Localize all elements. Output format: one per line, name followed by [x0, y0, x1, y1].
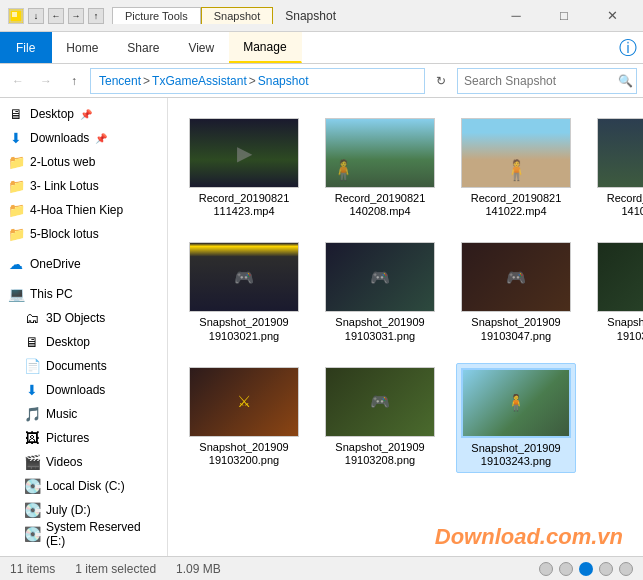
snapshot-tab[interactable]: Snapshot	[201, 7, 273, 24]
title-bar-center: Picture Tools Snapshot Snapshot	[104, 7, 493, 24]
refresh-button[interactable]: ↻	[429, 69, 453, 93]
this-pc-icon: 💻	[8, 286, 24, 302]
file-item[interactable]: 🎮 Snapshot_20190919103144.png	[592, 238, 643, 346]
music-icon: 🎵	[24, 406, 40, 422]
file-thumbnail: 🧍	[325, 118, 435, 188]
file-thumbnail: 🧍	[597, 118, 643, 188]
file-item[interactable]: 🎮 Snapshot_20190919103031.png	[320, 238, 440, 346]
file-thumbnail-selected: 🧍	[461, 368, 571, 438]
main-area: 🖥 Desktop 📌 ⬇ Downloads 📌 📁 2-Lotus web …	[0, 98, 643, 556]
battle-icon: ⚔	[237, 392, 251, 411]
downloads2-icon: ⬇	[24, 382, 40, 398]
sidebar-item-lotus2[interactable]: 📁 2-Lotus web	[0, 150, 167, 174]
game5-icon: 🎮	[370, 392, 390, 411]
file-item[interactable]: 🧍 Record_20190821140208.mp4	[320, 114, 440, 222]
sidebar-label-videos: Videos	[46, 455, 82, 469]
game2-icon: 🎮	[370, 268, 390, 287]
file-thumbnail: 🎮	[597, 242, 643, 312]
view-toggle	[539, 562, 633, 576]
forward-button[interactable]: →	[34, 69, 58, 93]
file-area: ▶ Record_20190821111423.mp4 🧍 Record_201…	[168, 98, 643, 556]
file-item[interactable]: ▶ Record_20190821111423.mp4	[184, 114, 304, 222]
sidebar-item-lotus5[interactable]: 📁 5-Block lotus	[0, 222, 167, 246]
file-item[interactable]: ⚔ Snapshot_20190919103200.png	[184, 363, 304, 473]
file-thumbnail: 🎮	[325, 367, 435, 437]
help-icon[interactable]: ⓘ	[619, 36, 637, 60]
sidebar-item-pictures[interactable]: 🖼 Pictures	[0, 426, 167, 450]
manage-tab[interactable]: Manage	[229, 32, 301, 63]
file-item-selected[interactable]: 🧍 Snapshot_20190919103243.png	[456, 363, 576, 473]
up-btn[interactable]: ↑	[88, 8, 104, 24]
view-icon1[interactable]	[539, 562, 553, 576]
app-icon	[8, 8, 24, 24]
file-name: Snapshot_20190919103144.png	[607, 316, 643, 342]
sidebar-item-systeme[interactable]: 💽 System Reserved (E:)	[0, 522, 167, 546]
sidebar-item-thispc[interactable]: 💻 This PC	[0, 282, 167, 306]
file-thumbnail: ▶	[189, 118, 299, 188]
minimize-button[interactable]: ─	[493, 1, 539, 31]
sidebar-item-videos[interactable]: 🎬 Videos	[0, 450, 167, 474]
view-icon3[interactable]	[579, 562, 593, 576]
file-thumbnail: ⚔	[189, 367, 299, 437]
file-tab[interactable]: File	[0, 32, 52, 63]
sidebar-item-3dobjects[interactable]: 🗂 3D Objects	[0, 306, 167, 330]
sidebar-label-julyd: July (D:)	[46, 503, 91, 517]
desktop2-icon: 🖥	[24, 334, 40, 350]
pin-icon: 📌	[80, 109, 92, 120]
forward-arrow-btn[interactable]: →	[68, 8, 84, 24]
sidebar-item-localc[interactable]: 💽 Local Disk (C:)	[0, 474, 167, 498]
address-path[interactable]: Tencent > TxGameAssistant > Snapshot	[90, 68, 425, 94]
maximize-button[interactable]: □	[541, 1, 587, 31]
picture-tools-tab[interactable]: Picture Tools	[112, 7, 201, 24]
sidebar-item-downloads[interactable]: ⬇ Downloads 📌	[0, 126, 167, 150]
file-thumbnail: 🎮	[189, 242, 299, 312]
file-name-selected: Snapshot_20190919103243.png	[471, 442, 560, 468]
up-button[interactable]: ↑	[62, 69, 86, 93]
sidebar-item-documents[interactable]: 📄 Documents	[0, 354, 167, 378]
view-icon2[interactable]	[559, 562, 573, 576]
file-item[interactable]: 🎮 Snapshot_20190919103208.png	[320, 363, 440, 473]
folder-icon-lotus2: 📁	[8, 154, 24, 170]
file-name: Record_20190821140208.mp4	[335, 192, 426, 218]
search-box[interactable]: 🔍	[457, 68, 637, 94]
file-item[interactable]: 🧍 Record_20190821141053.mp4	[592, 114, 643, 222]
close-button[interactable]: ✕	[589, 1, 635, 31]
svg-rect-1	[12, 12, 17, 17]
sidebar-label-systeme: System Reserved (E:)	[46, 520, 159, 548]
item-count: 11 items	[10, 562, 55, 576]
sidebar-item-desktop2[interactable]: 🖥 Desktop	[0, 330, 167, 354]
file-item[interactable]: 🧍 Record_20190821141022.mp4	[456, 114, 576, 222]
sidebar-item-music[interactable]: 🎵 Music	[0, 402, 167, 426]
file-item[interactable]: 🎮 Snapshot_20190919103021.png	[184, 238, 304, 346]
status-bar: 11 items 1 item selected 1.09 MB	[0, 556, 643, 580]
sidebar-item-desktop[interactable]: 🖥 Desktop 📌	[0, 102, 167, 126]
quick-access-btn[interactable]: ↓	[28, 8, 44, 24]
sidebar-item-lotus3[interactable]: 📁 3- Link Lotus	[0, 174, 167, 198]
path-snapshot[interactable]: Snapshot	[258, 74, 309, 88]
home-tab[interactable]: Home	[52, 32, 113, 63]
3dobjects-icon: 🗂	[24, 310, 40, 326]
sidebar-label-3dobjects: 3D Objects	[46, 311, 105, 325]
back-arrow-btn[interactable]: ←	[48, 8, 64, 24]
search-icon: 🔍	[618, 74, 633, 88]
desktop-icon: 🖥	[8, 106, 24, 122]
picture-tools-label: Picture Tools	[125, 10, 188, 22]
search-input[interactable]	[464, 74, 614, 88]
sidebar-item-lotus4[interactable]: 📁 4-Hoa Thien Kiep	[0, 198, 167, 222]
view-tab[interactable]: View	[174, 32, 229, 63]
sidebar-item-downloads2[interactable]: ⬇ Downloads	[0, 378, 167, 402]
title-bar: ↓ ← → ↑ Picture Tools Snapshot Snapshot …	[0, 0, 643, 32]
sidebar-item-julyd[interactable]: 💽 July (D:)	[0, 498, 167, 522]
back-button[interactable]: ←	[6, 69, 30, 93]
path-tencent[interactable]: Tencent	[99, 74, 141, 88]
path-txgame[interactable]: TxGameAssistant	[152, 74, 247, 88]
sidebar-label-onedrive: OneDrive	[30, 257, 81, 271]
sidebar-item-onedrive[interactable]: ☁ OneDrive	[0, 252, 167, 276]
pin-icon2: 📌	[95, 133, 107, 144]
view-icon4[interactable]	[599, 562, 613, 576]
sidebar: 🖥 Desktop 📌 ⬇ Downloads 📌 📁 2-Lotus web …	[0, 98, 168, 556]
view-icon5[interactable]	[619, 562, 633, 576]
share-tab[interactable]: Share	[113, 32, 174, 63]
file-item[interactable]: 🎮 Snapshot_20190919103047.png	[456, 238, 576, 346]
videos-icon: 🎬	[24, 454, 40, 470]
